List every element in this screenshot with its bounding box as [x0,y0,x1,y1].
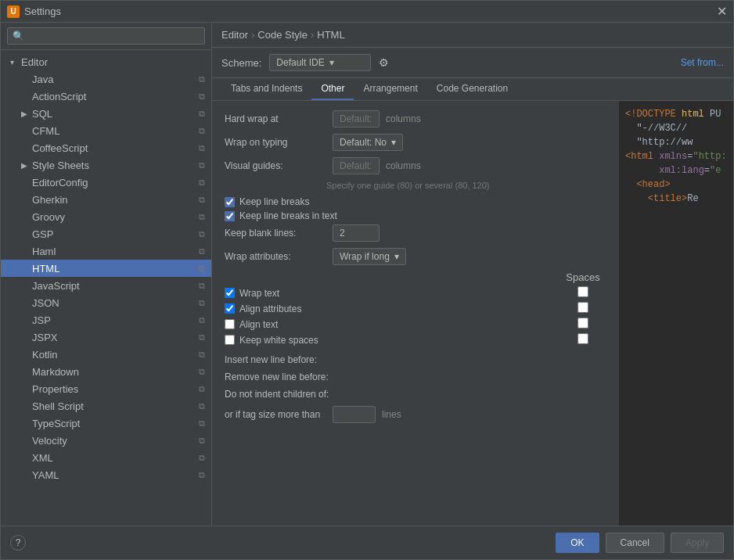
sidebar-item-velocity[interactable]: Velocity ⧉ [1,432,211,449]
insert-new-line-section: Insert new line before: [225,354,606,365]
sidebar-item-shellscript[interactable]: Shell Script ⧉ [1,397,211,415]
cancel-button[interactable]: Cancel [606,533,664,553]
remove-new-line-label: Remove new line before: [225,372,606,382]
close-button[interactable]: ✕ [717,5,727,18]
hard-wrap-label: Hard wrap at [225,113,326,124]
tag-size-input[interactable] [333,406,376,423]
tag-size-label: or if tag size more than [225,409,326,420]
copy-icon: ⧉ [199,246,205,257]
sidebar-item-label: EditorConfig [32,177,88,188]
keep-white-spaces-spaces-checkbox[interactable] [577,333,588,344]
wrap-on-typing-row: Wrap on typing Default: No ▾ [225,134,606,151]
align-attributes-checkbox[interactable] [225,303,235,314]
sidebar-item-label: Editor [21,56,48,68]
copy-icon: ⧉ [199,229,205,239]
keep-blank-lines-label: Keep blank lines: [225,228,326,239]
sidebar-item-json[interactable]: JSON ⧉ [1,294,211,311]
wrap-attributes-value: Wrap if long [340,251,390,262]
scheme-value: Default IDE [276,57,324,68]
set-from-link[interactable]: Set from... [681,57,724,68]
keep-white-spaces-checkbox[interactable] [225,335,235,345]
sidebar-item-jspx[interactable]: JSPX ⧉ [1,328,211,346]
sidebar-item-editorconfig[interactable]: EditorConfig ⧉ [1,174,211,191]
apply-button[interactable]: Apply [671,533,724,553]
hard-wrap-unit: columns [386,113,421,124]
wrap-attributes-dropdown[interactable]: Wrap if long ▾ [333,248,406,265]
help-button[interactable]: ? [10,535,26,551]
keep-blank-lines-input[interactable] [333,224,380,242]
sidebar-item-haml[interactable]: Haml ⧉ [1,242,211,260]
chevron-down-icon: ▾ [391,137,396,148]
wrap-on-typing-label: Wrap on typing [225,137,326,148]
sidebar-item-groovy[interactable]: Groovy ⧉ [1,208,211,225]
sidebar-item-editor[interactable]: ▾ Editor [1,53,211,70]
tab-tabs-and-indents[interactable]: Tabs and Indents [221,78,311,100]
scheme-dropdown[interactable]: Default IDE ▾ [269,54,371,71]
sidebar-item-sql[interactable]: ▶ SQL ⧉ [1,105,211,122]
copy-icon: ⧉ [199,367,205,377]
sidebar-item-html[interactable]: HTML ⧉ [1,260,211,277]
sidebar-item-stylesheets[interactable]: ▶ Style Sheets ⧉ [1,156,211,174]
scheme-gear-button[interactable]: ⚙ [379,56,389,69]
sidebar-item-jsp[interactable]: JSP ⧉ [1,311,211,328]
sidebar-item-label: Shell Script [32,400,84,412]
do-not-indent-label: Do not indent children of: [225,389,606,400]
sidebar-item-label: TypeScript [32,418,80,429]
keep-line-breaks-text-checkbox[interactable] [225,211,235,221]
keep-white-spaces-label: Keep white spaces [239,335,318,346]
sidebar-item-javascript[interactable]: JavaScript ⧉ [1,277,211,294]
tab-code-generation[interactable]: Code Generation [427,78,517,100]
tab-arrangement[interactable]: Arrangement [354,78,426,100]
sidebar-item-label: CFML [32,125,59,137]
sidebar-item-coffeescript[interactable]: CoffeeScript ⧉ [1,139,211,156]
sidebar-item-label: JSP [32,314,51,326]
panel-area: Hard wrap at columns Wrap on typing Defa… [212,101,733,526]
copy-icon: ⧉ [199,401,205,411]
copy-icon: ⧉ [199,126,205,136]
copy-icon: ⧉ [199,178,205,188]
copy-icon: ⧉ [199,470,205,480]
sidebar-item-label: Haml [32,246,56,257]
ok-button[interactable]: OK [556,533,599,553]
align-text-spaces-checkbox[interactable] [577,318,588,328]
copy-icon: ⧉ [199,453,205,463]
copy-icon: ⧉ [199,109,205,119]
hard-wrap-input[interactable] [333,110,380,127]
do-not-indent-section: Do not indent children of: [225,389,606,400]
sidebar-item-java[interactable]: Java ⧉ [1,70,211,88]
sidebar: ▾ Editor Java ⧉ ActionScript ⧉ ▶ SQL [1,23,212,526]
sidebar-item-properties[interactable]: Properties ⧉ [1,380,211,397]
keep-line-breaks-checkbox[interactable] [225,197,235,207]
align-text-row: Align text [225,318,606,331]
settings-panel: Hard wrap at columns Wrap on typing Defa… [212,101,619,526]
sidebar-item-label: Style Sheets [32,160,89,171]
breadcrumb: Editor › Code Style › HTML [212,23,733,48]
chevron-down-icon: ▾ [329,57,334,68]
sidebar-item-kotlin[interactable]: Kotlin ⧉ [1,346,211,363]
align-attributes-spaces-checkbox[interactable] [577,302,588,313]
align-text-checkbox[interactable] [225,319,235,329]
sidebar-item-yaml[interactable]: YAML ⧉ [1,466,211,483]
sidebar-item-typescript[interactable]: TypeScript ⧉ [1,415,211,432]
wrap-on-typing-dropdown[interactable]: Default: No ▾ [333,134,403,151]
sidebar-item-markdown[interactable]: Markdown ⧉ [1,363,211,380]
sidebar-item-cfml[interactable]: CFML ⧉ [1,122,211,139]
tab-other[interactable]: Other [311,78,354,100]
wrap-text-spaces-checkbox[interactable] [577,286,588,297]
sidebar-item-label: CoffeeScript [32,142,88,154]
sidebar-item-gsp[interactable]: GSP ⧉ [1,225,211,242]
search-input[interactable] [7,27,205,45]
hard-wrap-row: Hard wrap at columns [225,110,606,127]
sidebar-item-actionscript[interactable]: ActionScript ⧉ [1,88,211,105]
wrap-text-checkbox[interactable] [225,288,235,298]
sidebar-item-xml[interactable]: XML ⧉ [1,449,211,466]
visual-guides-input[interactable] [333,157,380,174]
sidebar-item-label: ActionScript [32,91,86,102]
tag-size-row: or if tag size more than lines [225,406,606,423]
settings-window: U Settings ✕ ▾ Editor Java ⧉ [0,0,734,560]
copy-icon: ⧉ [199,298,205,308]
copy-icon: ⧉ [199,74,205,84]
copy-icon: ⧉ [199,418,205,429]
sidebar-item-gherkin[interactable]: Gherkin ⧉ [1,191,211,208]
tree: ▾ Editor Java ⧉ ActionScript ⧉ ▶ SQL [1,50,211,526]
